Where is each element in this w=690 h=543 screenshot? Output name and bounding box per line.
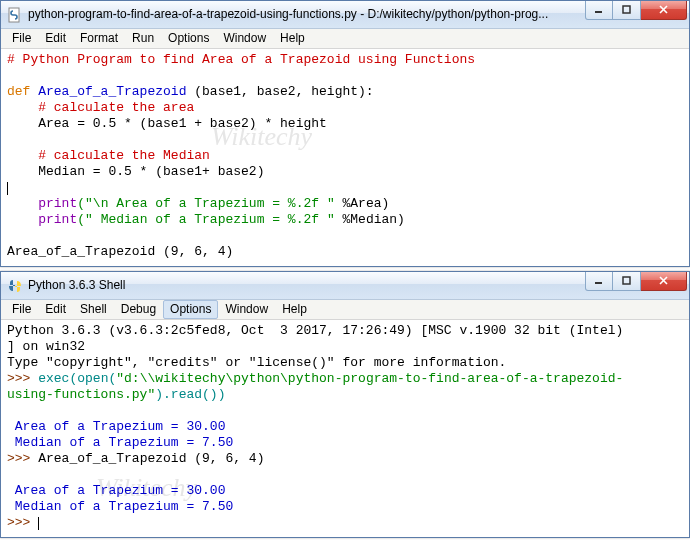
menu-format[interactable]: Format: [73, 29, 125, 48]
shell-exec: exec(open(: [38, 371, 116, 386]
minimize-button[interactable]: [585, 1, 613, 20]
editor-menubar: File Edit Format Run Options Window Help: [1, 29, 689, 49]
code-tail: %Area): [335, 196, 390, 211]
maximize-button[interactable]: [613, 1, 641, 20]
code-line: Median = 0.5 * (base1+ base2): [7, 164, 264, 179]
shell-exec: ).read()): [155, 387, 225, 402]
editor-title-text: python-program-to-find-area-of-a-trapezo…: [28, 7, 585, 22]
shell-titlebar[interactable]: Python 3.6.3 Shell: [1, 272, 689, 300]
editor-window: python-program-to-find-area-of-a-trapezo…: [0, 0, 690, 267]
editor-titlebar[interactable]: python-program-to-find-area-of-a-trapezo…: [1, 1, 689, 29]
python-icon: [7, 278, 23, 294]
shell-string: "d:\\wikitechy\python\python-program-to-…: [116, 371, 623, 386]
shell-prompt: >>>: [7, 451, 38, 466]
shell-output: Median of a Trapezium = 7.50: [7, 435, 233, 450]
code-line: # calculate the area: [7, 100, 194, 115]
code-keyword-def: def: [7, 84, 30, 99]
shell-prompt: >>>: [7, 371, 38, 386]
shell-output: Median of a Trapezium = 7.50: [7, 499, 233, 514]
close-button[interactable]: [641, 272, 687, 291]
shell-output: Area of a Trapezium = 30.00: [7, 483, 225, 498]
svg-rect-2: [623, 6, 630, 13]
code-funcname: Area_of_a_Trapezoid: [30, 84, 194, 99]
shell-output-area[interactable]: Python 3.6.3 (v3.6.3:2c5fed8, Oct 3 2017…: [1, 320, 689, 537]
code-line: # calculate the Median: [7, 148, 210, 163]
shell-line: ] on win32: [7, 339, 85, 354]
maximize-button[interactable]: [613, 272, 641, 291]
minimize-button[interactable]: [585, 272, 613, 291]
close-button[interactable]: [641, 1, 687, 20]
code-print: print: [38, 212, 77, 227]
code-tail: %Median): [335, 212, 405, 227]
text-cursor: [7, 182, 8, 195]
code-params: (base1, base2, height):: [194, 84, 373, 99]
menu-edit[interactable]: Edit: [38, 29, 73, 48]
menu-window[interactable]: Window: [218, 300, 275, 319]
shell-input: Area_of_a_Trapezoid (9, 6, 4): [38, 451, 264, 466]
menu-run[interactable]: Run: [125, 29, 161, 48]
menu-options[interactable]: Options: [161, 29, 216, 48]
code-line: Area_of_a_Trapezoid (9, 6, 4): [7, 244, 233, 259]
menu-options[interactable]: Options: [163, 300, 218, 319]
code-line: Area = 0.5 * (base1 + base2) * height: [7, 116, 327, 131]
code-line: # Python Program to find Area of a Trape…: [7, 52, 475, 67]
text-cursor: [38, 517, 39, 530]
menu-debug[interactable]: Debug: [114, 300, 163, 319]
shell-line: Type "copyright", "credits" or "license(…: [7, 355, 506, 370]
shell-window-buttons: [585, 272, 687, 291]
shell-menubar: File Edit Shell Debug Options Window Hel…: [1, 300, 689, 320]
shell-window: Python 3.6.3 Shell File Edit Shell Debug…: [0, 271, 690, 538]
menu-shell[interactable]: Shell: [73, 300, 114, 319]
code-string: (" Median of a Trapezium = %.2f ": [77, 212, 334, 227]
menu-file[interactable]: File: [5, 29, 38, 48]
editor-code-area[interactable]: # Python Program to find Area of a Trape…: [1, 49, 689, 266]
shell-title-text: Python 3.6.3 Shell: [28, 278, 585, 293]
menu-help[interactable]: Help: [275, 300, 314, 319]
menu-help[interactable]: Help: [273, 29, 312, 48]
python-file-icon: [7, 7, 23, 23]
editor-window-buttons: [585, 1, 687, 20]
shell-prompt: >>>: [7, 515, 38, 530]
shell-line: Python 3.6.3 (v3.6.3:2c5fed8, Oct 3 2017…: [7, 323, 623, 338]
code-print: print: [38, 196, 77, 211]
menu-window[interactable]: Window: [216, 29, 273, 48]
shell-output: Area of a Trapezium = 30.00: [7, 419, 225, 434]
menu-file[interactable]: File: [5, 300, 38, 319]
svg-rect-6: [623, 277, 630, 284]
code-string: ("\n Area of a Trapezium = %.2f ": [77, 196, 334, 211]
shell-string: using-functions.py": [7, 387, 155, 402]
menu-edit[interactable]: Edit: [38, 300, 73, 319]
